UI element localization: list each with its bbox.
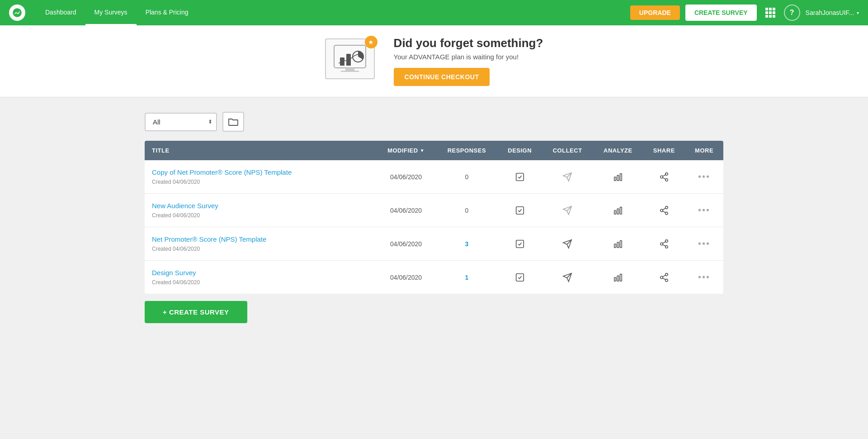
banner-chart-icon: ★ <box>325 38 375 79</box>
survey-design-action[interactable] <box>497 194 542 227</box>
svg-rect-44 <box>614 277 616 281</box>
survey-collect-action[interactable] <box>542 160 593 194</box>
survey-share-action[interactable] <box>643 261 685 294</box>
svg-line-51 <box>663 275 665 277</box>
share-icon[interactable] <box>657 237 671 251</box>
share-icon[interactable] <box>657 170 671 184</box>
svg-point-21 <box>660 176 663 178</box>
create-survey-button-bottom[interactable]: + CREATE SURVEY <box>145 301 247 323</box>
survey-more-action[interactable]: ••• <box>685 261 723 294</box>
filter-row: All Active Archived <box>145 112 723 132</box>
collect-icon[interactable] <box>560 237 575 251</box>
svg-rect-34 <box>516 240 524 248</box>
design-icon[interactable] <box>513 203 527 218</box>
svg-point-39 <box>660 243 663 245</box>
continue-checkout-button[interactable]: CONTINUE CHECKOUT <box>394 68 490 86</box>
surveys-table: TITLE MODIFIED ▼ RESPONSES DESIGN COLLEC… <box>145 141 723 294</box>
survey-design-action[interactable] <box>497 261 542 294</box>
logo[interactable] <box>9 5 25 21</box>
survey-modified: 04/06/2020 <box>376 194 436 227</box>
survey-created-date: Created 04/06/2020 <box>152 279 200 286</box>
design-icon[interactable] <box>513 237 527 251</box>
survey-more-action[interactable]: ••• <box>685 227 723 261</box>
more-dots-icon[interactable]: ••• <box>698 205 710 215</box>
share-icon[interactable] <box>657 270 671 285</box>
survey-analyze-action[interactable] <box>593 227 643 261</box>
user-chevron-icon: ▾ <box>857 10 859 15</box>
svg-rect-26 <box>614 210 616 214</box>
survey-title-cell: New Audience Survey Created 04/06/2020 <box>145 194 376 227</box>
survey-title-link[interactable]: New Audience Survey <box>152 202 369 210</box>
apps-grid-icon[interactable] <box>762 5 778 21</box>
survey-title-link[interactable]: Design Survey <box>152 269 369 277</box>
banner-star-icon: ★ <box>365 36 377 48</box>
analyze-icon[interactable] <box>611 237 625 251</box>
more-dots-icon[interactable]: ••• <box>698 172 710 181</box>
survey-analyze-action[interactable] <box>593 261 643 294</box>
survey-collect-action[interactable] <box>542 227 593 261</box>
nav-my-surveys[interactable]: My Surveys <box>85 0 137 25</box>
svg-point-20 <box>665 172 668 175</box>
svg-point-40 <box>665 245 668 248</box>
more-dots-icon[interactable]: ••• <box>698 239 710 248</box>
svg-rect-46 <box>620 274 622 281</box>
banner-heading: Did you forget something? <box>394 36 543 50</box>
upgrade-button[interactable]: UPGRADE <box>630 5 680 20</box>
filter-select[interactable]: All Active Archived <box>145 113 217 131</box>
nav-dashboard[interactable]: Dashboard <box>36 0 85 25</box>
svg-rect-28 <box>620 207 622 214</box>
svg-point-30 <box>660 209 663 212</box>
banner-illustration: ★ <box>325 38 379 84</box>
user-menu[interactable]: SarahJonasUIF... ▾ <box>806 9 859 16</box>
design-icon[interactable] <box>513 170 527 184</box>
svg-rect-25 <box>516 206 524 214</box>
help-icon[interactable]: ? <box>784 5 800 21</box>
survey-more-action[interactable]: ••• <box>685 194 723 227</box>
col-design: DESIGN <box>497 141 542 160</box>
folder-button[interactable] <box>222 112 244 132</box>
share-icon[interactable] <box>657 203 671 218</box>
svg-point-31 <box>665 212 668 215</box>
svg-line-32 <box>663 211 665 213</box>
user-name: SarahJonasUIF... <box>806 9 854 16</box>
svg-point-38 <box>665 239 668 242</box>
survey-title-cell: Copy of Net Promoter® Score (NPS) Templa… <box>145 160 376 194</box>
survey-title-link[interactable]: Copy of Net Promoter® Score (NPS) Templa… <box>152 168 369 176</box>
collect-icon[interactable] <box>560 203 575 218</box>
survey-share-action[interactable] <box>643 227 685 261</box>
svg-rect-4 <box>765 11 768 14</box>
survey-responses[interactable]: 3 <box>436 227 497 261</box>
survey-more-action[interactable]: ••• <box>685 160 723 194</box>
survey-collect-action[interactable] <box>542 194 593 227</box>
nav-plans-pricing[interactable]: Plans & Pricing <box>137 0 198 25</box>
analyze-icon[interactable] <box>611 270 625 285</box>
survey-design-action[interactable] <box>497 227 542 261</box>
more-dots-icon[interactable]: ••• <box>698 272 710 282</box>
analyze-icon[interactable] <box>611 170 625 184</box>
svg-point-48 <box>660 276 663 279</box>
survey-share-action[interactable] <box>643 194 685 227</box>
svg-point-47 <box>665 273 668 276</box>
create-survey-button-header[interactable]: CREATE SURVEY <box>685 5 757 21</box>
filter-select-wrapper: All Active Archived <box>145 113 217 131</box>
svg-point-29 <box>665 206 668 209</box>
design-icon[interactable] <box>513 270 527 285</box>
col-modified[interactable]: MODIFIED ▼ <box>376 141 436 160</box>
table-header-row: TITLE MODIFIED ▼ RESPONSES DESIGN COLLEC… <box>145 141 723 160</box>
svg-rect-45 <box>617 276 619 281</box>
survey-collect-action[interactable] <box>542 261 593 294</box>
survey-title-link[interactable]: Net Promoter® Score (NPS) Template <box>152 235 369 243</box>
svg-rect-9 <box>773 15 775 18</box>
svg-rect-6 <box>773 11 775 14</box>
col-share: SHARE <box>643 141 685 160</box>
survey-design-action[interactable] <box>497 160 542 194</box>
survey-responses[interactable]: 1 <box>436 261 497 294</box>
survey-share-action[interactable] <box>643 160 685 194</box>
survey-analyze-action[interactable] <box>593 160 643 194</box>
svg-rect-17 <box>614 177 616 181</box>
analyze-icon[interactable] <box>611 203 625 218</box>
collect-icon[interactable] <box>560 270 575 285</box>
collect-icon[interactable] <box>560 170 575 184</box>
survey-analyze-action[interactable] <box>593 194 643 227</box>
table-row: Design Survey Created 04/06/2020 04/06/2… <box>145 261 723 294</box>
